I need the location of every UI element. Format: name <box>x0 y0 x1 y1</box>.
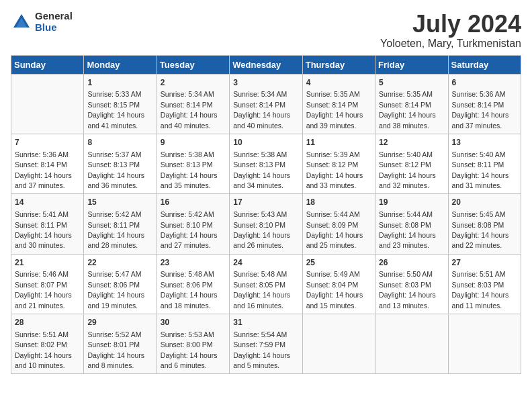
day-info: Sunrise: 5:36 AM Sunset: 8:14 PM Dayligh… <box>15 150 72 189</box>
header-cell-thursday: Thursday <box>302 55 375 74</box>
day-info: Sunrise: 5:33 AM Sunset: 8:15 PM Dayligh… <box>87 90 144 129</box>
day-number: 16 <box>161 197 226 208</box>
logo-general-label: General <box>35 11 73 22</box>
header-cell-monday: Monday <box>84 55 157 74</box>
day-info: Sunrise: 5:48 AM Sunset: 8:06 PM Dayligh… <box>161 270 218 309</box>
month-title: July 2024 <box>380 11 521 38</box>
day-cell <box>375 314 448 374</box>
day-info: Sunrise: 5:40 AM Sunset: 8:11 PM Dayligh… <box>452 150 509 189</box>
day-number: 23 <box>161 257 226 269</box>
day-number: 6 <box>452 77 517 89</box>
day-info: Sunrise: 5:34 AM Sunset: 8:14 PM Dayligh… <box>233 90 290 129</box>
day-number: 1 <box>87 77 152 89</box>
day-number: 10 <box>233 137 298 148</box>
header-cell-saturday: Saturday <box>448 55 521 74</box>
day-cell: 6Sunrise: 5:36 AM Sunset: 8:14 PM Daylig… <box>448 74 521 134</box>
day-info: Sunrise: 5:39 AM Sunset: 8:12 PM Dayligh… <box>306 150 363 189</box>
day-number: 14 <box>15 197 80 208</box>
day-number: 4 <box>306 77 371 89</box>
day-info: Sunrise: 5:42 AM Sunset: 8:10 PM Dayligh… <box>161 210 218 249</box>
day-cell: 11Sunrise: 5:39 AM Sunset: 8:12 PM Dayli… <box>302 134 375 193</box>
day-cell: 4Sunrise: 5:35 AM Sunset: 8:14 PM Daylig… <box>302 74 375 134</box>
day-number: 29 <box>87 317 152 328</box>
day-info: Sunrise: 5:34 AM Sunset: 8:14 PM Dayligh… <box>161 90 218 129</box>
day-cell: 10Sunrise: 5:38 AM Sunset: 8:13 PM Dayli… <box>230 134 302 193</box>
week-row-2: 7Sunrise: 5:36 AM Sunset: 8:14 PM Daylig… <box>11 134 521 193</box>
day-number: 7 <box>15 137 80 148</box>
day-cell: 13Sunrise: 5:40 AM Sunset: 8:11 PM Dayli… <box>448 134 521 193</box>
day-number: 20 <box>452 197 517 208</box>
day-number: 25 <box>306 257 371 269</box>
day-info: Sunrise: 5:54 AM Sunset: 7:59 PM Dayligh… <box>233 330 290 369</box>
day-cell: 25Sunrise: 5:49 AM Sunset: 8:04 PM Dayli… <box>302 254 375 314</box>
day-info: Sunrise: 5:47 AM Sunset: 8:06 PM Dayligh… <box>87 270 144 309</box>
calendar-body: 1Sunrise: 5:33 AM Sunset: 8:15 PM Daylig… <box>11 74 521 374</box>
day-info: Sunrise: 5:50 AM Sunset: 8:03 PM Dayligh… <box>379 270 436 309</box>
day-number: 3 <box>233 77 298 89</box>
header-row: SundayMondayTuesdayWednesdayThursdayFrid… <box>11 55 521 74</box>
day-info: Sunrise: 5:36 AM Sunset: 8:14 PM Dayligh… <box>452 90 509 129</box>
day-cell: 1Sunrise: 5:33 AM Sunset: 8:15 PM Daylig… <box>84 74 157 134</box>
day-info: Sunrise: 5:37 AM Sunset: 8:13 PM Dayligh… <box>87 150 144 189</box>
day-info: Sunrise: 5:44 AM Sunset: 8:08 PM Dayligh… <box>379 210 436 249</box>
day-number: 22 <box>87 257 152 269</box>
day-cell: 23Sunrise: 5:48 AM Sunset: 8:06 PM Dayli… <box>157 254 229 314</box>
day-number: 11 <box>306 137 371 148</box>
day-cell: 14Sunrise: 5:41 AM Sunset: 8:11 PM Dayli… <box>11 194 84 254</box>
location-title: Yoloeten, Mary, Turkmenistan <box>380 38 521 50</box>
day-cell: 2Sunrise: 5:34 AM Sunset: 8:14 PM Daylig… <box>157 74 229 134</box>
day-number: 30 <box>161 317 226 328</box>
day-info: Sunrise: 5:51 AM Sunset: 8:02 PM Dayligh… <box>15 330 72 369</box>
day-cell: 9Sunrise: 5:38 AM Sunset: 8:13 PM Daylig… <box>157 134 229 193</box>
day-cell: 16Sunrise: 5:42 AM Sunset: 8:10 PM Dayli… <box>157 194 229 254</box>
header-cell-friday: Friday <box>375 55 448 74</box>
day-info: Sunrise: 5:52 AM Sunset: 8:01 PM Dayligh… <box>87 330 144 369</box>
day-number: 18 <box>306 197 371 208</box>
day-cell: 31Sunrise: 5:54 AM Sunset: 7:59 PM Dayli… <box>230 314 302 374</box>
day-info: Sunrise: 5:35 AM Sunset: 8:14 PM Dayligh… <box>306 90 363 129</box>
day-cell: 8Sunrise: 5:37 AM Sunset: 8:13 PM Daylig… <box>84 134 157 193</box>
day-number: 12 <box>379 137 444 148</box>
day-number: 8 <box>87 137 152 148</box>
day-info: Sunrise: 5:48 AM Sunset: 8:05 PM Dayligh… <box>233 270 290 309</box>
day-info: Sunrise: 5:38 AM Sunset: 8:13 PM Dayligh… <box>161 150 218 189</box>
header-cell-tuesday: Tuesday <box>157 55 229 74</box>
day-number: 13 <box>452 137 517 148</box>
header-cell-wednesday: Wednesday <box>230 55 302 74</box>
day-number: 5 <box>379 77 444 89</box>
day-number: 28 <box>15 317 80 328</box>
day-number: 24 <box>233 257 298 269</box>
day-info: Sunrise: 5:53 AM Sunset: 8:00 PM Dayligh… <box>161 330 218 369</box>
week-row-4: 21Sunrise: 5:46 AM Sunset: 8:07 PM Dayli… <box>11 254 521 314</box>
logo-text: General Blue <box>35 11 73 33</box>
day-cell: 26Sunrise: 5:50 AM Sunset: 8:03 PM Dayli… <box>375 254 448 314</box>
week-row-1: 1Sunrise: 5:33 AM Sunset: 8:15 PM Daylig… <box>11 74 521 134</box>
day-info: Sunrise: 5:49 AM Sunset: 8:04 PM Dayligh… <box>306 270 363 309</box>
day-cell: 21Sunrise: 5:46 AM Sunset: 8:07 PM Dayli… <box>11 254 84 314</box>
day-cell: 24Sunrise: 5:48 AM Sunset: 8:05 PM Dayli… <box>230 254 302 314</box>
day-info: Sunrise: 5:46 AM Sunset: 8:07 PM Dayligh… <box>15 270 72 309</box>
day-info: Sunrise: 5:41 AM Sunset: 8:11 PM Dayligh… <box>15 210 72 249</box>
day-number: 15 <box>87 197 152 208</box>
header-cell-sunday: Sunday <box>11 55 84 74</box>
title-area: July 2024 Yoloeten, Mary, Turkmenistan <box>380 11 521 50</box>
day-number: 31 <box>233 317 298 328</box>
day-info: Sunrise: 5:51 AM Sunset: 8:03 PM Dayligh… <box>452 270 509 309</box>
day-cell: 27Sunrise: 5:51 AM Sunset: 8:03 PM Dayli… <box>448 254 521 314</box>
day-cell: 19Sunrise: 5:44 AM Sunset: 8:08 PM Dayli… <box>375 194 448 254</box>
day-cell: 29Sunrise: 5:52 AM Sunset: 8:01 PM Dayli… <box>84 314 157 374</box>
day-cell <box>11 74 84 134</box>
day-cell: 18Sunrise: 5:44 AM Sunset: 8:09 PM Dayli… <box>302 194 375 254</box>
day-number: 21 <box>15 257 80 269</box>
day-info: Sunrise: 5:43 AM Sunset: 8:10 PM Dayligh… <box>233 210 290 249</box>
day-cell: 28Sunrise: 5:51 AM Sunset: 8:02 PM Dayli… <box>11 314 84 374</box>
day-number: 2 <box>161 77 226 89</box>
day-cell: 30Sunrise: 5:53 AM Sunset: 8:00 PM Dayli… <box>157 314 229 374</box>
day-cell <box>302 314 375 374</box>
week-row-5: 28Sunrise: 5:51 AM Sunset: 8:02 PM Dayli… <box>11 314 521 374</box>
day-number: 9 <box>161 137 226 148</box>
calendar-table: SundayMondayTuesdayWednesdayThursdayFrid… <box>11 55 521 375</box>
logo-icon <box>11 11 32 33</box>
day-info: Sunrise: 5:44 AM Sunset: 8:09 PM Dayligh… <box>306 210 363 249</box>
day-cell: 7Sunrise: 5:36 AM Sunset: 8:14 PM Daylig… <box>11 134 84 193</box>
